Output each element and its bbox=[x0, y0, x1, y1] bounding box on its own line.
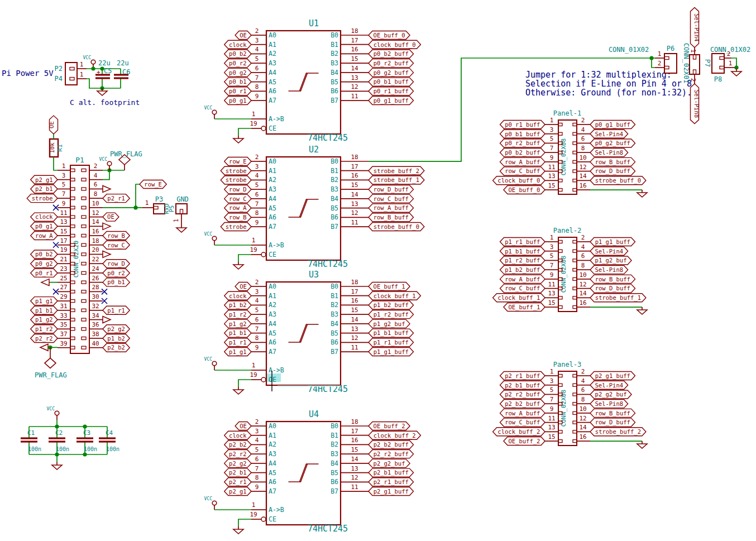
net-label-p2_r1_buff[interactable]: p2_r1_buff bbox=[369, 478, 414, 486]
net-label-p0_r1[interactable]: p0_r1 bbox=[224, 87, 251, 95]
capacitor-C4[interactable] bbox=[99, 438, 116, 442]
net-label-row_C[interactable]: row_C bbox=[224, 194, 251, 203]
open-arrow[interactable] bbox=[103, 317, 111, 323]
net-label-p2_b1[interactable]: p2_b1 bbox=[224, 468, 251, 477]
open-arrow[interactable] bbox=[103, 251, 111, 257]
net-label-p2_b2_buff[interactable]: p2_b2_buff bbox=[369, 441, 414, 449]
net-label-p1_g1_buff[interactable]: p1_g1_buff bbox=[369, 348, 414, 356]
net-label-strobe_buff_2[interactable]: strobe_buff_2 bbox=[369, 166, 424, 175]
net-label-Sel-Pin8[interactable]: Sel-Pin8 bbox=[590, 149, 628, 157]
wire[interactable] bbox=[238, 255, 251, 262]
net-label-row_D_buff[interactable]: row_D_buff bbox=[369, 185, 414, 194]
net-label-strobe_buff_0[interactable]: strobe_buff_0 bbox=[369, 223, 424, 231]
net-label-p1_r2[interactable]: p1_r2 bbox=[224, 310, 251, 319]
net-label-p0_g1[interactable]: p0_g1 bbox=[31, 222, 58, 231]
net-label-clock_buff_0[interactable]: clock_buff_0 bbox=[493, 176, 545, 185]
net-label-p2_g1_buff[interactable]: p2_g1_buff bbox=[369, 487, 414, 496]
net-label-p1_b2[interactable]: p1_b2 bbox=[224, 301, 251, 309]
net-label-OE[interactable]: OE bbox=[103, 213, 119, 221]
net-label-p1_b2_buff[interactable]: p1_b2_buff bbox=[500, 266, 546, 274]
net-label-row_E[interactable]: row_E bbox=[224, 157, 251, 166]
net-label-p2_b1_buff[interactable]: p2_b1_buff bbox=[500, 381, 546, 389]
net-label-OE_buff_2[interactable]: OE_buff_2 bbox=[504, 437, 545, 446]
net-label-Sel-Pin8[interactable]: Sel-Pin8 bbox=[590, 266, 628, 274]
vcc-power-symbol[interactable]: VCC bbox=[83, 55, 95, 69]
net-label-p1_g2_buf[interactable]: p1_g2_buf bbox=[590, 256, 631, 265]
note-text[interactable]: C alt. footprint bbox=[70, 98, 140, 107]
net-label-p0_b2_buff[interactable]: p0_b2_buff bbox=[369, 50, 414, 58]
vcc-power-symbol[interactable]: VCC bbox=[99, 157, 112, 170]
open-arrow[interactable] bbox=[103, 223, 111, 229]
net-label-clock_buff_2[interactable]: clock_buff_2 bbox=[493, 428, 545, 436]
net-label-row_B[interactable]: row_B bbox=[224, 213, 251, 222]
net-label-p0_b1_buff[interactable]: p0_b1_buff bbox=[500, 130, 546, 138]
resistor-R1[interactable]: 10kR1 bbox=[49, 139, 64, 157]
net-label-OE[interactable]: OE bbox=[235, 422, 251, 430]
net-label-p0_b2[interactable]: p0_b2 bbox=[31, 250, 58, 258]
net-label-p1_r2_buff[interactable]: p1_r2_buff bbox=[500, 256, 546, 265]
net-label-p0_g1_buff[interactable]: p0_g1_buff bbox=[369, 97, 414, 105]
net-label-p0_r1[interactable]: p0_r1 bbox=[31, 269, 58, 277]
net-label-row_C_buff[interactable]: row_C_buff bbox=[369, 194, 414, 203]
net-label-row_C_buff[interactable]: row_C_buff bbox=[500, 167, 546, 175]
net-label-p2_r1_buff[interactable]: p2_r1_buff bbox=[500, 372, 546, 380]
net-label-p1_r1[interactable]: p1_r1 bbox=[224, 338, 251, 347]
net-label-p1_r1_buff[interactable]: p1_r1_buff bbox=[500, 238, 546, 246]
net-label-p0_r1_buff[interactable]: p0_r1_buff bbox=[369, 87, 414, 95]
net-label-row_D[interactable]: row_D bbox=[103, 260, 130, 268]
net-label-OE_buff_1[interactable]: OE_buff_1 bbox=[504, 303, 545, 312]
net-label-p2_g1[interactable]: p2_g1 bbox=[31, 175, 58, 184]
net-label-p1_r1_buff[interactable]: p1_r1_buff bbox=[369, 338, 414, 347]
net-label-p0_r2_buff[interactable]: p0_r2_buff bbox=[500, 139, 546, 147]
wire[interactable] bbox=[54, 157, 58, 170]
net-label-strobe_buff_2[interactable]: strobe_buff_2 bbox=[590, 428, 646, 436]
vcc-power-symbol[interactable]: VCC bbox=[204, 496, 217, 510]
connector-body-P5[interactable] bbox=[176, 204, 187, 214]
net-label-clock_buff_1[interactable]: clock_buff_1 bbox=[493, 294, 545, 302]
vcc-power-symbol[interactable]: VCC bbox=[204, 357, 217, 370]
pwr-flag-symbol[interactable]: PWR_FLAG bbox=[110, 150, 142, 170]
net-label-p2_b2_buff[interactable]: p2_b2_buff bbox=[500, 400, 546, 408]
net-label-p0_r1_buff[interactable]: p0_r1_buff bbox=[500, 121, 546, 129]
net-label-row_B_buff[interactable]: row_B_buff bbox=[369, 213, 414, 222]
net-label-p0_g1[interactable]: p0_g1 bbox=[224, 97, 251, 105]
net-label-p2_b1_buff[interactable]: p2_b1_buff bbox=[369, 468, 414, 477]
capacitor-C2[interactable] bbox=[49, 438, 65, 442]
net-label-p0_g2[interactable]: p0_g2 bbox=[224, 68, 251, 76]
net-label-clock[interactable]: clock bbox=[224, 40, 251, 49]
net-label-p1_b1[interactable]: p1_b1 bbox=[224, 329, 251, 337]
net-label-p1_g1[interactable]: p1_g1 bbox=[31, 297, 58, 305]
gnd-power-symbol[interactable] bbox=[176, 225, 186, 232]
vcc-power-symbol[interactable]: VCC bbox=[204, 232, 217, 245]
net-label-p0_b1[interactable]: p0_b1 bbox=[103, 278, 130, 286]
net-label-clock[interactable]: clock bbox=[224, 291, 251, 300]
net-label-p1_b1_buff[interactable]: p1_b1_buff bbox=[369, 329, 414, 337]
net-label-OE_buff_1[interactable]: OE_buff_1 bbox=[369, 283, 410, 291]
net-label-row_B_buff[interactable]: row_B_buff bbox=[590, 409, 635, 417]
gnd-power-symbol[interactable] bbox=[233, 262, 243, 269]
net-label-strobe_buff_0[interactable]: strobe_buff_0 bbox=[590, 176, 646, 185]
net-label-OE_buff_0[interactable]: OE_buff_0 bbox=[369, 31, 410, 40]
net-label-Sel-Pin4[interactable]: Sel-Pin4 bbox=[590, 381, 628, 389]
net-label-row_B_buff[interactable]: row_B_buff bbox=[590, 275, 635, 283]
net-label-row_C_buff[interactable]: row_C_buff bbox=[500, 284, 546, 293]
net-label-p2_b1[interactable]: p2_b1 bbox=[31, 185, 58, 193]
net-label-row_E[interactable]: row_E bbox=[140, 180, 166, 189]
net-label-p1_b1_buff[interactable]: p1_b1_buff bbox=[500, 247, 546, 255]
open-arrow[interactable] bbox=[40, 344, 48, 351]
net-label-p1_b1[interactable]: p1_b1 bbox=[31, 306, 58, 314]
net-label-Sel-Pin8[interactable]: Sel-Pin8 bbox=[590, 400, 628, 408]
net-label-p1_r1[interactable]: p1_r1 bbox=[103, 306, 130, 314]
note-text[interactable]: Otherwise: Ground (for non-1:32). bbox=[525, 88, 692, 98]
net-label-p2_g1[interactable]: p2_g1 bbox=[224, 487, 251, 496]
net-label-strobe_buff_1[interactable]: strobe_buff_1 bbox=[369, 176, 424, 184]
gnd-power-symbol[interactable] bbox=[97, 88, 107, 95]
net-label-p0_r2[interactable]: p0_r2 bbox=[224, 59, 251, 68]
net-label-p2_r2[interactable]: p2_r2 bbox=[31, 334, 58, 342]
net-label-row_D_buff[interactable]: row_D_buff bbox=[590, 418, 635, 427]
gnd-power-symbol[interactable] bbox=[637, 307, 647, 314]
net-label-OE_buff_0[interactable]: OE_buff_0 bbox=[504, 186, 545, 194]
net-label-strobe[interactable]: strobe bbox=[221, 176, 251, 184]
net-label-p0_b2[interactable]: p0_b2 bbox=[224, 50, 251, 58]
net-label-Sel-Pin4[interactable]: Sel-Pin4 bbox=[590, 247, 628, 255]
